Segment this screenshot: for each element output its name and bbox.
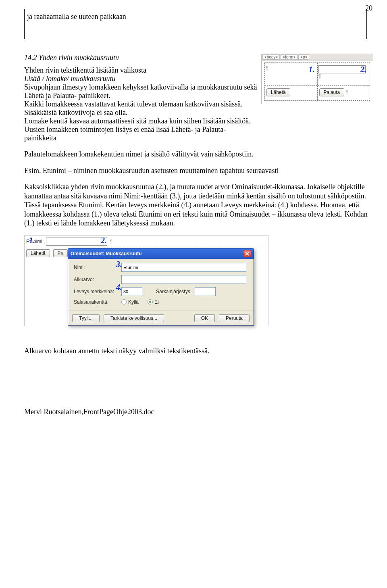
row-leveys: Leveys merkkeinä: Sarkainjärjestys: [74, 287, 248, 296]
boxed-note: ja raahaamalla se uuteen paikkaan [24, 9, 367, 39]
callout-1: 1. [29, 236, 35, 245]
pilcrow-icon: ¶ [110, 239, 112, 244]
section-text: 14.2 Yhden rivin muokkausruutu Yhden riv… [24, 54, 258, 142]
row-alkuarvo: Alkuarvo: [74, 275, 248, 284]
input-alkuarvo[interactable] [121, 275, 246, 284]
callout-2: 2. [360, 65, 366, 74]
breadcrumb-p[interactable]: <p> [298, 54, 309, 60]
input-leveys[interactable] [121, 287, 142, 296]
dialog-title: Ominaisuudet: Muokkausruutu [71, 251, 142, 256]
section-intro: Yhden rivin tekstikenttä lisätään valiko… [24, 66, 258, 83]
close-icon[interactable] [243, 250, 251, 257]
form-row-1: ¶ 1. ¶ 2. [265, 63, 370, 86]
dialog-body: Nimi: Alkuarvo: Leveys merkkeinä: Sarkai… [68, 259, 254, 311]
section-14-2: 14.2 Yhden rivin muokkausruutu Yhden riv… [24, 54, 373, 142]
intro-text: Yhden rivin tekstikenttä lisätään valiko… [24, 66, 146, 74]
screenshot-form-preview: <body> <form> <p> ¶ 1. ¶ 2. [261, 54, 373, 104]
radio-yes[interactable]: Kyllä [121, 299, 139, 305]
label-salasana: Salasanakenttä: [74, 299, 118, 305]
form-field-row: Etunimi: ¶ [25, 236, 267, 247]
label-leveys: Leveys merkkeinä: [74, 289, 118, 294]
tag-breadcrumb: <body> <form> <p> [261, 54, 373, 60]
form-cell-label: ¶ 1. [265, 63, 318, 85]
pilcrow-icon: ¶ [266, 65, 268, 71]
form-cell-input: ¶ 2. [318, 63, 370, 85]
input-sarkain[interactable] [195, 287, 216, 296]
text-input[interactable] [318, 65, 366, 73]
radio-yes-label: Kyllä [128, 299, 139, 305]
input-nimi[interactable] [121, 263, 246, 272]
callout-3: 3. [116, 260, 122, 269]
after-shot2-para: Alkuarvo kohtaan annettu teksti näkyy va… [24, 346, 373, 356]
breadcrumb-body[interactable]: <body> [262, 54, 280, 60]
footer: Mervi Ruotsalainen,FrontPageOhje2003.doc [24, 408, 373, 416]
menu-path: Lisää / lomake/ muokkausruutu [24, 75, 116, 83]
section-para-4: Uusien lomakkeen toimintojen lisäys ei e… [24, 125, 258, 142]
callout-2: 2. [101, 236, 107, 245]
body-para-2: Esim. Etunimi – niminen muokkausruudun a… [24, 166, 373, 175]
pilcrow-icon: ¶ [346, 90, 348, 95]
submit-button[interactable]: Lähetä [26, 249, 50, 257]
etunimi-input[interactable] [46, 238, 107, 246]
form-outline: ¶ 1. ¶ 2. Lähetä [264, 63, 370, 101]
label-alkuarvo: Alkuarvo: [74, 277, 118, 282]
form-row-buttons: Lähetä Palauta ¶ [265, 86, 370, 100]
callout-4: 4. [116, 283, 122, 292]
ok-button[interactable]: OK [194, 314, 215, 322]
cancel-button[interactable]: Peruuta [219, 314, 250, 322]
form-cell-submit: Lähetä [265, 86, 318, 100]
row-nimi: Nimi: [74, 263, 248, 272]
breadcrumb-form[interactable]: <form> [281, 54, 298, 60]
radio-icon [121, 299, 127, 304]
dialog-titlebar: Ominaisuudet: Muokkausruutu [68, 248, 254, 259]
label-nimi: Nimi: [74, 265, 118, 270]
section-para-2: Kaikki lomakkeessa vastattavat kentät tu… [24, 100, 258, 117]
body-para-3: Kaksoisklikkaa yhden rivin muokkausruutu… [24, 182, 373, 228]
dialog-button-bar: Tyyli... Tarkista kelvollisuus... OK Per… [68, 311, 254, 325]
submit-button[interactable]: Lähetä [266, 88, 290, 96]
screenshot-properties-dialog: 1. 2. 3. 4. Etunimi: ¶ Lähetä Pa Ominais… [24, 235, 268, 326]
callout-1: 1. [309, 65, 315, 74]
form-cell-reset: Palauta ¶ [318, 86, 370, 100]
body-para-1: Palautelomakkeen lomakekenttien nimet ja… [24, 150, 373, 159]
pilcrow-icon: ¶ [318, 73, 321, 79]
label-sarkain: Sarkainjärjestys: [156, 289, 191, 294]
properties-dialog: Ominaisuudet: Muokkausruutu Nimi: Alkuar… [68, 248, 254, 326]
section-para-3: Lomake kenttä kasvaa automaattisesti sit… [24, 117, 258, 125]
boxed-note-text: ja raahaamalla se uuteen paikkaan [27, 13, 126, 21]
page-number: 20 [365, 4, 372, 13]
section-heading: 14.2 Yhden rivin muokkausruutu [24, 54, 258, 62]
row-salasana: Salasanakenttä: Kyllä Ei [74, 299, 248, 305]
form-canvas: ¶ 1. ¶ 2. Lähetä [261, 60, 373, 104]
radio-no[interactable]: Ei [148, 299, 159, 305]
page: 20 ja raahaamalla se uuteen paikkaan 14.… [0, 0, 387, 432]
section-para-1: Sivupohjaan ilmestyy lomakkeen kehykset … [24, 83, 258, 100]
validate-button[interactable]: Tarkista kelvollisuus... [104, 314, 164, 322]
reset-button[interactable]: Palauta [319, 88, 345, 96]
reset-button-partial[interactable]: Pa [53, 249, 68, 257]
style-button[interactable]: Tyyli... [72, 314, 100, 322]
radio-no-label: Ei [154, 299, 159, 305]
radio-icon [148, 299, 153, 304]
